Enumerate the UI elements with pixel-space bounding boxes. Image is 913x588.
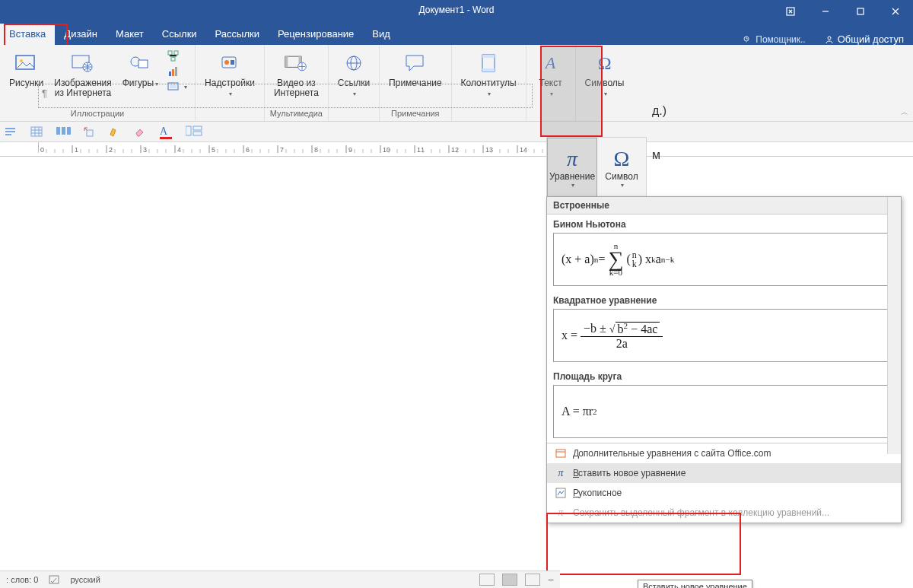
equation-preview-quadratic: x = −b ± √b2 − 4ac 2a: [553, 309, 895, 362]
equation-preview-binomial: (x + a)n = n∑k=0 (nk) xkan−k: [553, 233, 895, 286]
svg-rect-17: [175, 67, 177, 76]
group-media: Видео из Интернета Мультимедиа: [265, 45, 329, 121]
status-bar: : слов: 0 русский −: [0, 571, 560, 588]
qat-icon-3[interactable]: [56, 126, 68, 138]
qat-icon-eraser[interactable]: [134, 126, 146, 138]
equation-dropdown: Встроенные Бином Ньютона (x + a)n = n∑k=…: [546, 196, 902, 523]
tab-references[interactable]: Ссылки: [153, 24, 206, 45]
qat-icon-font-color[interactable]: A: [160, 126, 172, 138]
svg-point-5: [828, 37, 831, 40]
group-comments: Примечание Примечания: [380, 45, 451, 121]
svg-rect-34: [5, 134, 11, 135]
maximize-button[interactable]: [843, 0, 878, 22]
svg-rect-2: [857, 8, 864, 14]
svg-rect-134: [556, 450, 565, 457]
dropdown-scrollbar[interactable]: [887, 197, 901, 454]
save-selection-to-gallery: π Сохранить выделенный фрагмент в коллек…: [547, 503, 901, 523]
addins-icon: [218, 51, 242, 75]
links-icon: [342, 51, 366, 75]
svg-text:4: 4: [177, 146, 181, 154]
ribbon-display-options[interactable]: [773, 0, 808, 22]
insert-new-equation[interactable]: π Вставить новое уравнение: [547, 463, 901, 483]
group-links: Ссылки▾: [329, 45, 380, 121]
comment-icon: [403, 51, 428, 75]
svg-text:13: 13: [485, 146, 493, 154]
online-pictures-icon: [71, 51, 95, 75]
pictures-icon: [14, 51, 39, 75]
group-illustrations: Рисунки Изображения из Интернета Фигуры▾…: [0, 45, 196, 121]
online-video-icon: [284, 51, 308, 75]
svg-rect-16: [172, 69, 174, 76]
svg-rect-41: [193, 126, 202, 130]
dropdown-header: Встроенные: [547, 197, 901, 215]
equation-item-circle-area[interactable]: Площадь круга A = πr2: [547, 367, 901, 443]
tooltip: Вставить новое уравнение: [638, 580, 752, 588]
svg-rect-30: [482, 55, 495, 58]
qat-icon-1[interactable]: [5, 126, 17, 138]
language[interactable]: русский: [70, 575, 100, 584]
svg-text:7: 7: [280, 146, 284, 154]
smartart-button[interactable]: [164, 49, 190, 63]
minimize-button[interactable]: [808, 0, 843, 22]
tab-mailings[interactable]: Рассылки: [206, 24, 269, 45]
view-read-mode[interactable]: [479, 574, 495, 586]
pi-icon: π: [567, 147, 577, 171]
document-page[interactable]: ¶: [38, 84, 533, 108]
behind-text-2: м: [652, 148, 660, 162]
svg-rect-12: [168, 51, 172, 55]
svg-text:8: 8: [314, 146, 318, 154]
view-print-layout[interactable]: [502, 574, 517, 586]
qat-icon-table[interactable]: [30, 126, 43, 138]
pi-small-icon: π: [555, 467, 567, 479]
close-button[interactable]: [878, 0, 913, 22]
svg-text:2: 2: [109, 146, 113, 154]
equation-item-quadratic[interactable]: Квадратное уравнение x = −b ± √b2 − 4ac …: [547, 291, 901, 367]
proofing-icon[interactable]: [49, 574, 59, 585]
svg-text:12: 12: [451, 146, 459, 154]
svg-rect-24: [285, 56, 288, 67]
svg-point-21: [224, 60, 229, 65]
share-button[interactable]: Общий доступ: [815, 33, 913, 45]
svg-rect-6: [16, 56, 34, 69]
tell-me[interactable]: Помощник..: [733, 34, 814, 45]
svg-rect-42: [193, 132, 202, 135]
shapes-icon: [128, 51, 152, 75]
tab-design[interactable]: Дизайн: [55, 24, 107, 45]
word-count[interactable]: : слов: 0: [6, 575, 38, 584]
equation-item-binomial[interactable]: Бином Ньютона (x + a)n = n∑k=0 (nk) xkan…: [547, 215, 901, 291]
svg-rect-38: [67, 127, 71, 135]
tab-view[interactable]: Вид: [363, 24, 399, 45]
ink-equation[interactable]: Рукописное: [547, 483, 901, 503]
more-equations-office[interactable]: Дополнительные уравнения с сайта Office.…: [547, 443, 901, 463]
svg-rect-13: [174, 51, 178, 55]
ruler[interactable]: 01234567891011121314151617: [0, 142, 913, 157]
view-web-layout[interactable]: [525, 574, 540, 586]
tab-layout[interactable]: Макет: [107, 24, 153, 45]
qat-icon-4[interactable]: [82, 126, 94, 138]
group-header-footer: Колонтитулы▾: [452, 45, 526, 121]
svg-rect-22: [231, 60, 234, 65]
share-label: Общий доступ: [838, 33, 904, 45]
qat-icon-highlight[interactable]: [108, 126, 120, 138]
svg-rect-40: [186, 126, 191, 135]
behind-text-1: д.): [652, 104, 666, 118]
svg-text:6: 6: [246, 146, 250, 154]
collapse-ribbon-icon[interactable]: ︿: [901, 107, 908, 118]
svg-text:11: 11: [417, 146, 425, 154]
tab-review[interactable]: Рецензирование: [269, 24, 363, 45]
qat-icon-layout[interactable]: [186, 126, 198, 138]
svg-rect-37: [62, 127, 65, 135]
header-footer-icon: [476, 51, 501, 75]
symbols-gallery: π Уравнение ▾ Ω Символ ▾: [546, 137, 647, 198]
office-icon: [555, 447, 567, 459]
equation-gallery-button[interactable]: π Уравнение ▾: [547, 138, 597, 197]
pi-disabled-icon: π: [555, 507, 567, 519]
zoom-out[interactable]: −: [548, 574, 554, 586]
svg-point-7: [20, 59, 23, 62]
chart-button[interactable]: [164, 65, 190, 78]
svg-rect-31: [482, 68, 495, 72]
chart-icon: [167, 65, 180, 78]
tab-insert[interactable]: Вставка: [0, 24, 55, 45]
svg-rect-11: [138, 60, 148, 68]
symbol-gallery-button[interactable]: Ω Символ ▾: [597, 138, 646, 197]
